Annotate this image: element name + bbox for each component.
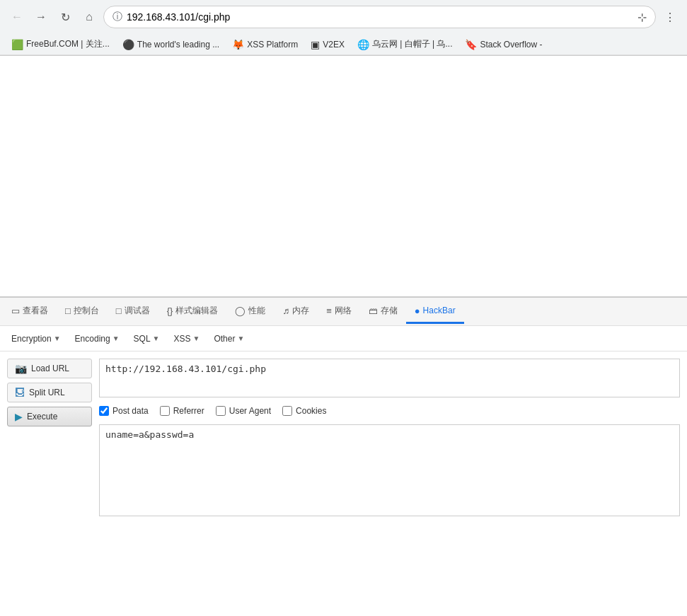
url-input[interactable] [99,359,680,397]
tab-memory[interactable]: ♬ 内存 [274,299,318,325]
memory-icon: ♬ [282,306,289,316]
bookmark-github[interactable]: ⚫ The world's leading ... [117,37,225,52]
bookmark-github-label: The world's leading ... [137,40,219,50]
load-url-button[interactable]: 📷 Load URL [7,359,92,378]
stackoverflow-icon: 🔖 [465,39,477,50]
v2ex-icon: ▣ [311,39,320,50]
home-button[interactable]: ⌂ [79,7,99,27]
tab-performance[interactable]: ◯ 性能 [226,299,274,325]
inspect-icon: ▭ [11,306,20,316]
xss-icon: 🦊 [232,39,244,50]
bookmark-stackoverflow[interactable]: 🔖 Stack Overflow - [459,37,548,52]
bookmark-xss[interactable]: 🦊 XSS Platform [226,37,304,52]
post-data-checkbox[interactable] [99,406,109,416]
qr-icon[interactable]: ⊹ [637,11,647,24]
hackbar-left-buttons: 📷 Load URL ⛾ Split URL ▶ Execute [7,359,92,516]
page-content [0,56,687,296]
bookmark-v2ex-label: V2EX [323,40,345,50]
security-icon: ⓘ [112,11,122,23]
debugger-icon: □ [116,306,122,316]
menu-button[interactable]: ⋮ [660,7,680,27]
user-agent-checkbox-label[interactable]: User Agent [216,406,271,416]
address-bar-text: 192.168.43.101/cgi.php [127,11,630,23]
hackbar-icon: ● [415,306,420,316]
encryption-menu[interactable]: Encryption ▼ [6,331,67,347]
load-url-icon: 📷 [15,363,27,374]
encryption-dropdown-arrow: ▼ [54,335,61,342]
wuyun-icon: 🌐 [357,39,369,50]
tab-style-editor[interactable]: {} 样式编辑器 [158,299,227,325]
split-url-icon: ⛾ [15,387,25,398]
xss-menu[interactable]: XSS ▼ [168,331,205,347]
bookmark-xss-label: XSS Platform [247,40,298,50]
address-bar[interactable]: ⓘ 192.168.43.101/cgi.php ⊹ [103,6,656,28]
xss-dropdown-arrow: ▼ [193,335,200,342]
hackbar-inputs: Post data Referrer User Agent Cookies [99,359,680,516]
referrer-checkbox-label[interactable]: Referrer [160,406,204,416]
github-icon: ⚫ [122,39,134,50]
tab-console[interactable]: □ 控制台 [57,299,108,325]
bookmark-wuyun-label: 乌云网 | 白帽子 | 乌... [372,38,453,50]
sql-menu[interactable]: SQL ▼ [128,331,166,347]
tab-inspect[interactable]: ▭ 查看器 [3,299,57,325]
network-icon: ≡ [326,306,332,316]
encoding-menu[interactable]: Encoding ▼ [69,331,125,347]
performance-icon: ◯ [235,306,246,316]
cookies-checkbox-label[interactable]: Cookies [282,406,326,416]
bookmark-v2ex[interactable]: ▣ V2EX [305,37,350,52]
execute-icon: ▶ [15,411,23,422]
forward-button[interactable]: → [31,7,51,27]
hackbar-toolbar: Encryption ▼ Encoding ▼ SQL ▼ XSS ▼ Othe… [0,326,687,351]
tab-storage[interactable]: 🗃 存储 [360,299,406,325]
encoding-dropdown-arrow: ▼ [112,335,120,342]
user-agent-checkbox[interactable] [216,406,226,416]
devtools-panel: ▭ 查看器 □ 控制台 □ 调试器 {} 样式编辑器 ◯ 性能 ♬ 内存 [0,296,687,616]
tab-debugger[interactable]: □ 调试器 [108,299,158,325]
freebuf-icon: 🟩 [11,39,23,50]
browser-titlebar: ← → ↻ ⌂ ⓘ 192.168.43.101/cgi.php ⊹ ⋮ [0,0,687,34]
execute-button[interactable]: ▶ Execute [7,407,92,426]
devtools-tabs: ▭ 查看器 □ 控制台 □ 调试器 {} 样式编辑器 ◯ 性能 ♬ 内存 [0,298,687,326]
split-url-button[interactable]: ⛾ Split URL [7,383,92,402]
browser-wrapper: ← → ↻ ⌂ ⓘ 192.168.43.101/cgi.php ⊹ ⋮ 🟩 F… [0,0,687,616]
post-data-input[interactable] [99,424,680,516]
bookmark-freebuf[interactable]: 🟩 FreeBuf.COM | 关注... [6,37,115,52]
browser-chrome: ← → ↻ ⌂ ⓘ 192.168.43.101/cgi.php ⊹ ⋮ 🟩 F… [0,0,687,56]
tab-network[interactable]: ≡ 网络 [318,299,360,325]
bookmark-wuyun[interactable]: 🌐 乌云网 | 白帽子 | 乌... [352,37,458,52]
other-menu[interactable]: Other ▼ [208,331,250,347]
bookmark-stackoverflow-label: Stack Overflow - [480,40,542,50]
bookmark-freebuf-label: FreeBuf.COM | 关注... [26,38,110,50]
console-icon: □ [65,306,71,316]
post-data-checkbox-label[interactable]: Post data [99,406,149,416]
referrer-checkbox[interactable] [160,406,170,416]
tab-hackbar[interactable]: ● HackBar [406,300,464,324]
sql-dropdown-arrow: ▼ [153,335,160,342]
other-dropdown-arrow: ▼ [237,335,244,342]
bookmarks-bar: 🟩 FreeBuf.COM | 关注... ⚫ The world's lead… [0,34,687,55]
cookies-checkbox[interactable] [282,406,292,416]
checkboxes-row: Post data Referrer User Agent Cookies [99,403,680,419]
hackbar-content: 📷 Load URL ⛾ Split URL ▶ Execute [0,351,687,523]
storage-icon: 🗃 [369,306,378,316]
back-button[interactable]: ← [7,7,27,27]
style-editor-icon: {} [167,306,173,316]
refresh-button[interactable]: ↻ [55,7,75,27]
